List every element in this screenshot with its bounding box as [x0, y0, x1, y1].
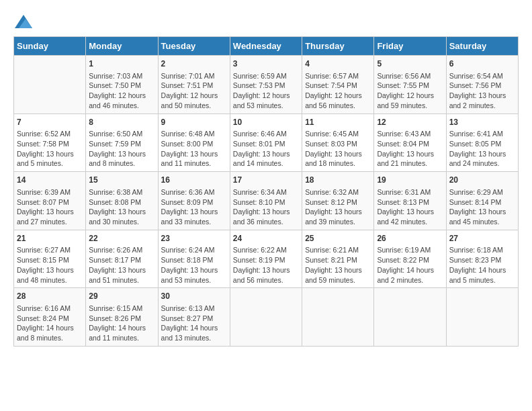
day-number: 30: [161, 291, 227, 302]
column-header-tuesday: Tuesday: [158, 37, 230, 56]
calendar-cell: 13Sunrise: 6:41 AM Sunset: 8:05 PM Dayli…: [446, 113, 518, 172]
day-info: Sunrise: 6:29 AM Sunset: 8:14 PM Dayligh…: [449, 187, 515, 227]
day-info: Sunrise: 7:01 AM Sunset: 7:51 PM Dayligh…: [161, 71, 227, 111]
column-header-friday: Friday: [374, 37, 446, 56]
day-number: 20: [449, 175, 515, 186]
day-info: Sunrise: 6:15 AM Sunset: 8:26 PM Dayligh…: [89, 304, 154, 343]
calendar-body: 1Sunrise: 7:03 AM Sunset: 7:50 PM Daylig…: [14, 56, 519, 347]
calendar-cell: 5Sunrise: 6:56 AM Sunset: 7:55 PM Daylig…: [374, 56, 446, 114]
day-number: 3: [233, 58, 299, 70]
day-info: Sunrise: 6:26 AM Sunset: 8:17 PM Dayligh…: [89, 245, 154, 285]
day-number: 14: [17, 175, 83, 186]
day-info: Sunrise: 6:31 AM Sunset: 8:13 PM Dayligh…: [377, 187, 443, 227]
day-info: Sunrise: 6:59 AM Sunset: 7:53 PM Dayligh…: [233, 71, 299, 111]
calendar-cell: 11Sunrise: 6:45 AM Sunset: 8:03 PM Dayli…: [302, 113, 374, 172]
day-number: 11: [305, 117, 371, 128]
day-info: Sunrise: 6:54 AM Sunset: 7:56 PM Dayligh…: [449, 71, 515, 111]
day-info: Sunrise: 6:18 AM Sunset: 8:23 PM Dayligh…: [449, 245, 515, 285]
calendar-cell: [230, 288, 302, 347]
calendar-cell: [302, 288, 374, 347]
calendar-cell: 30Sunrise: 6:13 AM Sunset: 8:27 PM Dayli…: [158, 288, 230, 347]
calendar-table: SundayMondayTuesdayWednesdayThursdayFrid…: [13, 36, 519, 347]
day-number: 17: [233, 175, 299, 186]
day-number: 24: [233, 233, 299, 244]
column-header-saturday: Saturday: [446, 37, 518, 56]
day-info: Sunrise: 6:57 AM Sunset: 7:54 PM Dayligh…: [305, 71, 371, 111]
calendar-cell: 12Sunrise: 6:43 AM Sunset: 8:04 PM Dayli…: [374, 113, 446, 172]
day-number: 1: [89, 58, 154, 70]
day-number: 13: [449, 117, 515, 128]
week-row-2: 7Sunrise: 6:52 AM Sunset: 7:58 PM Daylig…: [14, 113, 519, 172]
day-info: Sunrise: 6:52 AM Sunset: 7:58 PM Dayligh…: [17, 129, 83, 169]
calendar-cell: 20Sunrise: 6:29 AM Sunset: 8:14 PM Dayli…: [446, 172, 518, 230]
day-info: Sunrise: 6:32 AM Sunset: 8:12 PM Dayligh…: [305, 187, 371, 227]
calendar-cell: [14, 56, 86, 114]
day-number: 10: [233, 117, 299, 128]
calendar-cell: 9Sunrise: 6:48 AM Sunset: 8:00 PM Daylig…: [158, 113, 230, 172]
calendar-cell: 14Sunrise: 6:39 AM Sunset: 8:07 PM Dayli…: [14, 172, 86, 230]
day-number: 27: [449, 233, 515, 244]
calendar-cell: 15Sunrise: 6:38 AM Sunset: 8:08 PM Dayli…: [86, 172, 158, 230]
day-number: 2: [161, 58, 227, 70]
day-info: Sunrise: 6:34 AM Sunset: 8:10 PM Dayligh…: [233, 187, 299, 227]
calendar-cell: 1Sunrise: 7:03 AM Sunset: 7:50 PM Daylig…: [86, 56, 158, 114]
week-row-4: 21Sunrise: 6:27 AM Sunset: 8:15 PM Dayli…: [14, 230, 519, 288]
day-info: Sunrise: 6:36 AM Sunset: 8:09 PM Dayligh…: [161, 187, 227, 227]
calendar-cell: 19Sunrise: 6:31 AM Sunset: 8:13 PM Dayli…: [374, 172, 446, 230]
day-number: 29: [89, 291, 154, 302]
calendar-cell: [374, 288, 446, 347]
day-number: 22: [89, 233, 154, 244]
day-info: Sunrise: 6:22 AM Sunset: 8:19 PM Dayligh…: [233, 245, 299, 285]
day-info: Sunrise: 6:38 AM Sunset: 8:08 PM Dayligh…: [89, 187, 154, 227]
calendar-cell: 23Sunrise: 6:24 AM Sunset: 8:18 PM Dayli…: [158, 230, 230, 288]
day-number: 19: [377, 175, 443, 186]
day-info: Sunrise: 7:03 AM Sunset: 7:50 PM Dayligh…: [89, 71, 154, 111]
calendar-cell: 25Sunrise: 6:21 AM Sunset: 8:21 PM Dayli…: [302, 230, 374, 288]
day-number: 28: [17, 291, 83, 302]
day-number: 7: [17, 117, 83, 128]
calendar-cell: 29Sunrise: 6:15 AM Sunset: 8:26 PM Dayli…: [86, 288, 158, 347]
week-row-1: 1Sunrise: 7:03 AM Sunset: 7:50 PM Daylig…: [14, 56, 519, 114]
calendar-cell: 16Sunrise: 6:36 AM Sunset: 8:09 PM Dayli…: [158, 172, 230, 230]
calendar-cell: 8Sunrise: 6:50 AM Sunset: 7:59 PM Daylig…: [86, 113, 158, 172]
day-number: 23: [161, 233, 227, 244]
day-info: Sunrise: 6:41 AM Sunset: 8:05 PM Dayligh…: [449, 129, 515, 169]
day-info: Sunrise: 6:50 AM Sunset: 7:59 PM Dayligh…: [89, 129, 154, 169]
header: [13, 13, 519, 30]
calendar-cell: 10Sunrise: 6:46 AM Sunset: 8:01 PM Dayli…: [230, 113, 302, 172]
calendar-cell: 27Sunrise: 6:18 AM Sunset: 8:23 PM Dayli…: [446, 230, 518, 288]
calendar-cell: 28Sunrise: 6:16 AM Sunset: 8:24 PM Dayli…: [14, 288, 86, 347]
calendar-cell: 2Sunrise: 7:01 AM Sunset: 7:51 PM Daylig…: [158, 56, 230, 114]
day-number: 6: [449, 58, 515, 70]
day-number: 18: [305, 175, 371, 186]
day-info: Sunrise: 6:56 AM Sunset: 7:55 PM Dayligh…: [377, 71, 443, 111]
day-info: Sunrise: 6:21 AM Sunset: 8:21 PM Dayligh…: [305, 245, 371, 285]
day-number: 25: [305, 233, 371, 244]
logo-icon: [13, 13, 34, 30]
day-number: 21: [17, 233, 83, 244]
day-info: Sunrise: 6:16 AM Sunset: 8:24 PM Dayligh…: [17, 304, 83, 343]
calendar-cell: 18Sunrise: 6:32 AM Sunset: 8:12 PM Dayli…: [302, 172, 374, 230]
calendar-cell: 24Sunrise: 6:22 AM Sunset: 8:19 PM Dayli…: [230, 230, 302, 288]
day-number: 9: [161, 117, 227, 128]
column-header-wednesday: Wednesday: [230, 37, 302, 56]
day-info: Sunrise: 6:27 AM Sunset: 8:15 PM Dayligh…: [17, 245, 83, 285]
calendar-header-row: SundayMondayTuesdayWednesdayThursdayFrid…: [14, 37, 519, 56]
day-info: Sunrise: 6:13 AM Sunset: 8:27 PM Dayligh…: [161, 304, 227, 343]
day-number: 12: [377, 117, 443, 128]
day-info: Sunrise: 6:45 AM Sunset: 8:03 PM Dayligh…: [305, 129, 371, 169]
day-info: Sunrise: 6:24 AM Sunset: 8:18 PM Dayligh…: [161, 245, 227, 285]
column-header-sunday: Sunday: [14, 37, 86, 56]
calendar-cell: 17Sunrise: 6:34 AM Sunset: 8:10 PM Dayli…: [230, 172, 302, 230]
day-number: 5: [377, 58, 443, 70]
day-info: Sunrise: 6:19 AM Sunset: 8:22 PM Dayligh…: [377, 245, 443, 285]
week-row-3: 14Sunrise: 6:39 AM Sunset: 8:07 PM Dayli…: [14, 172, 519, 230]
day-number: 8: [89, 117, 154, 128]
day-number: 16: [161, 175, 227, 186]
day-number: 4: [305, 58, 371, 70]
column-header-thursday: Thursday: [302, 37, 374, 56]
column-header-monday: Monday: [86, 37, 158, 56]
calendar-cell: 26Sunrise: 6:19 AM Sunset: 8:22 PM Dayli…: [374, 230, 446, 288]
day-info: Sunrise: 6:39 AM Sunset: 8:07 PM Dayligh…: [17, 187, 83, 227]
day-info: Sunrise: 6:48 AM Sunset: 8:00 PM Dayligh…: [161, 129, 227, 169]
